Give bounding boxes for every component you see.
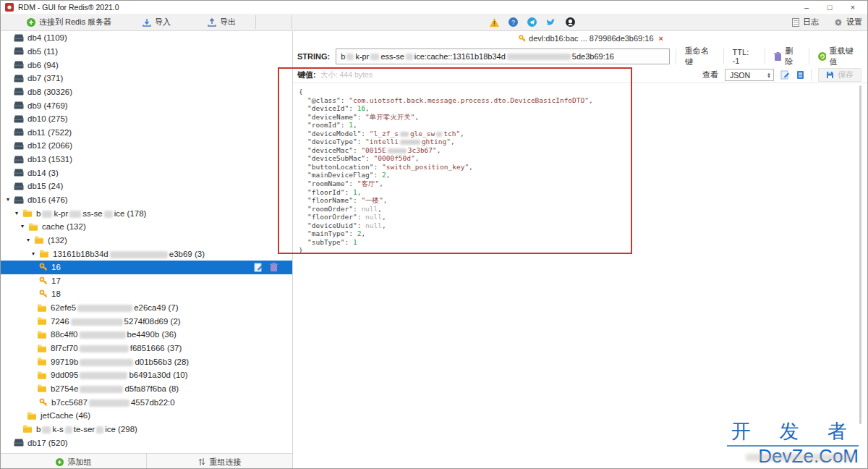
tree-item-folder[interactable]: 9dd095b6491a30d (10) [1, 368, 292, 382]
redacted-text [80, 386, 123, 393]
tree-item-database[interactable]: db9 (4769) [1, 98, 292, 112]
tree-item-database[interactable]: ▾db16 (476) [1, 193, 292, 207]
tree-item-key[interactable]: 17 [1, 274, 292, 288]
caret-down-icon[interactable]: ▾ [32, 251, 39, 257]
key-icon [519, 35, 526, 42]
github-icon[interactable] [566, 17, 575, 27]
folder-icon [39, 250, 49, 258]
key-header-row: STRING: bk-press-seice:cache::13161b18b3… [293, 47, 867, 66]
tree-item-label: db17 (520) [27, 439, 68, 447]
tree-item-label: 99719bd01b56b3 (28) [51, 358, 189, 366]
tree-item-folder[interactable]: ▾bk-prss-seice (178) [1, 206, 292, 220]
import-icon [142, 18, 151, 27]
tree-item-label: b7cc56874557db22:0 [51, 398, 175, 407]
tree-item-label: db6 (94) [27, 61, 59, 69]
tree-item-folder[interactable]: ▾(132) [1, 234, 292, 248]
rename-key-button[interactable]: 重命名键 [676, 48, 723, 64]
tree-item-database[interactable]: db14 (3) [1, 166, 292, 179]
warning-icon[interactable] [490, 18, 499, 27]
folder-icon [28, 223, 38, 231]
minimize-button[interactable]: – [795, 3, 818, 12]
twitter-icon[interactable] [546, 18, 556, 26]
tree-item-folder[interactable]: 99719bd01b56b3 (28) [1, 355, 292, 368]
json-line: "@class": "com.uiotsoft.back.message.pro… [299, 96, 867, 105]
tree-item-folder[interactable]: bk-ste-serice (298) [1, 423, 292, 436]
settings-button[interactable]: 设置 [834, 14, 862, 30]
caret-down-icon[interactable]: ▾ [7, 197, 14, 203]
tree-item-database[interactable]: db15 (24) [1, 179, 292, 193]
db-icon [14, 128, 24, 136]
tree-item-folder[interactable]: jetCache (46) [1, 409, 292, 423]
telegram-icon[interactable] [527, 17, 537, 27]
tree-item-database[interactable]: db5 (11) [1, 45, 292, 59]
window-title: RDM - GUI for Redis® 2021.0 [18, 3, 119, 12]
value-editor[interactable]: {"@class": "com.uiotsoft.back.message.pr… [293, 83, 867, 469]
db-icon [14, 34, 24, 42]
tab-close-icon[interactable]: × [659, 34, 663, 43]
tree-item-folder[interactable]: ▾cache (132) [1, 220, 292, 234]
tree-item-folder[interactable]: 8f7cf70f6851666 (37) [1, 342, 292, 355]
caret-down-icon[interactable]: ▾ [21, 224, 28, 229]
folder-icon [37, 331, 47, 339]
add-group-button[interactable]: 添加组 [1, 454, 147, 469]
db-icon [14, 75, 24, 83]
import-button[interactable]: 导入 [142, 14, 171, 30]
tree-item-folder[interactable]: b2754ed5fa87f6ba (8) [1, 382, 292, 396]
reconnect-button[interactable]: 重组连接 [147, 454, 292, 469]
tree-item-label: 18 [51, 290, 61, 298]
delete-key-button[interactable]: 删除 [765, 48, 808, 64]
tree-item-key[interactable]: 16 [1, 261, 292, 274]
tree-item-database[interactable]: db10 (275) [1, 112, 292, 126]
tree-item-database[interactable]: db11 (7522) [1, 125, 292, 139]
tree-item-database[interactable]: db13 (1531) [1, 153, 292, 166]
tree-item-database[interactable]: db12 (2066) [1, 139, 292, 153]
json-line: "subType": 1 [299, 238, 867, 247]
redacted-text [65, 426, 72, 434]
tree-item-database[interactable]: db4 (1109) [1, 31, 292, 45]
json-line: "buttonLocation": "switch_position_key", [299, 163, 867, 172]
caret-down-icon[interactable]: ▾ [27, 237, 34, 243]
redacted-text [406, 54, 413, 60]
close-button[interactable]: × [841, 3, 864, 12]
copy-value-icon[interactable] [796, 70, 804, 80]
caret-down-icon[interactable]: ▾ [15, 211, 22, 216]
save-button[interactable]: 保存 [818, 68, 861, 82]
ttl-button[interactable]: TTL: -1 [723, 48, 765, 64]
editor-scrollbar[interactable] [859, 85, 861, 424]
toolbar-separator [292, 15, 292, 29]
edit-key-icon[interactable] [254, 263, 263, 272]
delete-key-icon[interactable] [270, 263, 278, 271]
trash-icon [774, 52, 781, 61]
key-name-input[interactable]: bk-press-seice:cache::13161b18b34d5de3b6… [336, 48, 670, 64]
tree-item-database[interactable]: db6 (94) [1, 58, 292, 72]
view-mode-value: JSON [730, 71, 750, 80]
tree-item-label: db4 (1109) [27, 33, 67, 42]
title-bar: RDM - GUI for Redis® 2021.0 – □ × [1, 1, 867, 14]
redacted-text [69, 211, 81, 218]
help-icon[interactable]: ? [509, 17, 518, 27]
add-connection-icon [27, 18, 35, 27]
tree-item-folder[interactable]: 62efe5e26ca49 (7) [1, 301, 292, 315]
tree-item-database[interactable]: db7 (371) [1, 72, 292, 85]
tree-item-label: db9 (4769) [27, 101, 68, 110]
logs-button[interactable]: 日志 [792, 14, 819, 30]
tree-item-key[interactable]: b7cc56874557db22:0 [1, 395, 292, 409]
export-button[interactable]: 导出 [208, 14, 236, 30]
tree-item-folder[interactable]: 88c4ff0be4490b (36) [1, 328, 292, 342]
tree-item-database[interactable]: db8 (30326) [1, 85, 292, 99]
reload-key-button[interactable]: 重载键值 [809, 48, 867, 64]
connect-server-button[interactable]: 连接到 Redis 服务器 [27, 14, 111, 30]
edit-value-icon[interactable] [780, 70, 790, 80]
redacted-text [71, 318, 123, 326]
tree-item-database[interactable]: db17 (520) [1, 436, 292, 449]
maximize-button[interactable]: □ [818, 3, 841, 12]
tab-title: devl:db16:bac ... 879986de3b69:16 [529, 34, 653, 43]
tree-item-folder[interactable]: 72465274f08d69 (2) [1, 314, 292, 328]
tree-item-folder[interactable]: ▾13161b18b34de3b69 (3) [1, 247, 292, 261]
redacted-text [346, 54, 354, 60]
tree-item-key[interactable]: 18 [1, 287, 292, 301]
view-mode-select[interactable]: JSON ▲▼ [725, 69, 774, 81]
tab-key[interactable]: devl:db16:bac ... 879986de3b69:16 × [519, 34, 663, 43]
redacted-text [42, 211, 52, 218]
tree-item-label: db15 (24) [27, 182, 63, 190]
